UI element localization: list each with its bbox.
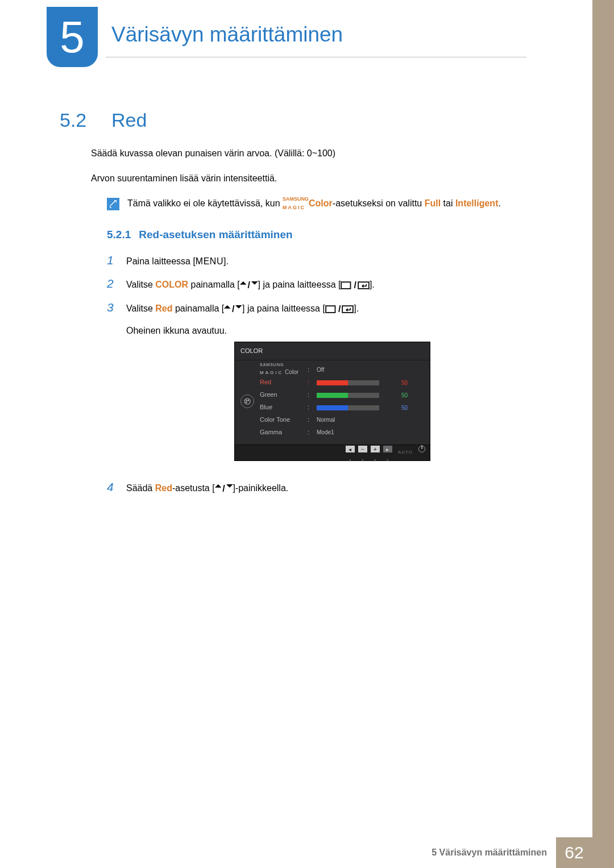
osd-category-icon [235, 364, 260, 439]
osd-green-bar [317, 393, 379, 398]
footer-text: 5 Värisävyn määrittäminen [432, 848, 547, 858]
osd-nav-left-icon: ◂ [346, 446, 355, 452]
svg-point-9 [244, 398, 251, 404]
note: Tämä valikko ei ole käytettävissä, kun S… [107, 197, 523, 211]
samsung-magic-label: SAMSUNGMAGIC [283, 197, 309, 211]
chapter-tab: 5 [47, 7, 98, 67]
svg-point-11 [248, 400, 249, 401]
osd-title: COLOR [235, 342, 430, 360]
osd-nav-auto: AUTO [398, 448, 413, 456]
svg-rect-4 [358, 282, 369, 289]
svg-marker-5 [224, 305, 231, 309]
intro-p1: Säädä kuvassa olevan punaisen värin arvo… [91, 147, 523, 160]
svg-rect-8 [342, 306, 353, 313]
steps-list: 1 Paina laitteessa [MENU]. 2 Valitse COL… [107, 254, 523, 496]
menu-button-label: MENU [196, 256, 223, 266]
osd-nav-plus-icon: + [371, 446, 380, 452]
page-number: 62 [556, 837, 592, 868]
svg-marker-6 [235, 305, 242, 309]
note-text: Tämä valikko ei ole käytettävissä, kun S… [127, 197, 501, 211]
up-down-icon: / [215, 481, 233, 496]
svg-marker-14 [226, 484, 233, 488]
osd-red-bar [317, 380, 379, 385]
osd-nav-minus-icon: − [358, 446, 367, 452]
subsection-title: Red-asetuksen määrittäminen [139, 227, 292, 243]
svg-rect-2 [342, 282, 351, 289]
osd-panel: COLOR SAMSUNGMAGIC Color : Off [234, 342, 430, 461]
osd-nav-bar: ◂▾ −▾ +▾ ▸▾ AUTO ▾ [235, 445, 430, 460]
side-stripe [592, 0, 614, 868]
section-number: 5.2 [60, 109, 86, 131]
step-1: 1 Paina laitteessa [MENU]. [107, 254, 523, 269]
subsection-heading: 5.2.1 Red-asetuksen määrittäminen [107, 227, 523, 243]
chapter-rule [106, 57, 526, 57]
step-2: 2 Valitse COLOR painamalla [/] ja paina … [107, 277, 523, 293]
svg-point-10 [246, 400, 247, 401]
svg-marker-1 [251, 281, 258, 285]
footer: 5 Värisävyn määrittäminen 62 [0, 837, 592, 868]
osd-nav-power-icon [418, 446, 425, 452]
step-4: 4 Säädä Red-asetusta [/]-painikkeella. [107, 480, 523, 496]
note-icon [107, 198, 119, 210]
body-content: Säädä kuvassa olevan punaisen värin arvo… [91, 147, 523, 504]
up-down-icon: / [224, 301, 242, 317]
svg-point-12 [246, 401, 247, 402]
osd-nav-play-icon: ▸ [383, 446, 392, 452]
up-down-icon: / [240, 277, 258, 293]
intro-p2: Arvon suurentaminen lisää värin intensit… [91, 172, 523, 185]
svg-marker-0 [240, 281, 247, 285]
osd-blue-bar [317, 405, 379, 410]
chapter-number: 5 [60, 15, 84, 59]
chapter-title: Värisävyn määrittäminen [111, 23, 343, 47]
subsection-number: 5.2.1 [107, 227, 131, 243]
osd-magic-label: SAMSUNGMAGIC [260, 363, 308, 375]
source-enter-icon: / [341, 277, 369, 293]
svg-marker-13 [215, 484, 222, 488]
section-title: Red [111, 109, 147, 131]
source-enter-icon: / [325, 301, 354, 317]
step-3: 3 Valitse Red painamalla [/] ja paina la… [107, 301, 523, 472]
svg-rect-7 [326, 306, 335, 313]
